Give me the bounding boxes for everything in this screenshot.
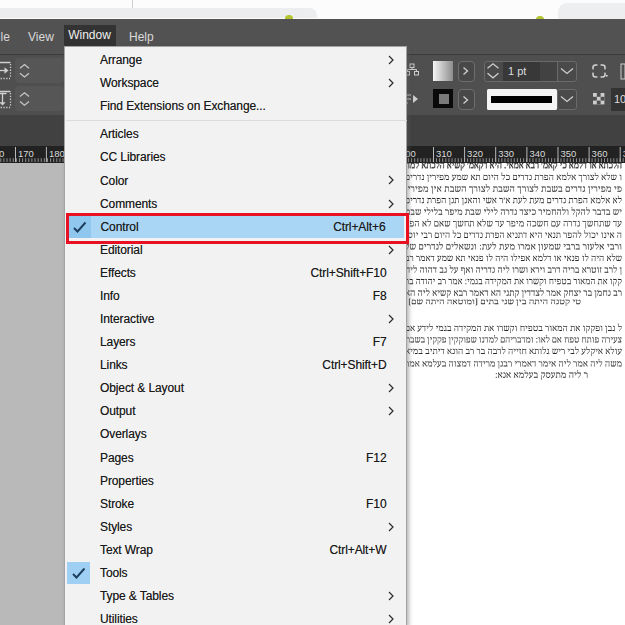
svg-text:320: 320 [467,148,483,159]
svg-text:350: 350 [561,148,577,159]
svg-text:180: 180 [49,148,65,159]
svg-text:340: 340 [529,148,545,159]
svg-text:330: 330 [498,148,514,159]
svg-text:310: 310 [436,148,452,159]
svg-text:00: 00 [405,148,416,159]
svg-text:360: 360 [592,148,608,159]
svg-text:0: 0 [0,148,4,159]
svg-text:170: 170 [18,148,34,159]
